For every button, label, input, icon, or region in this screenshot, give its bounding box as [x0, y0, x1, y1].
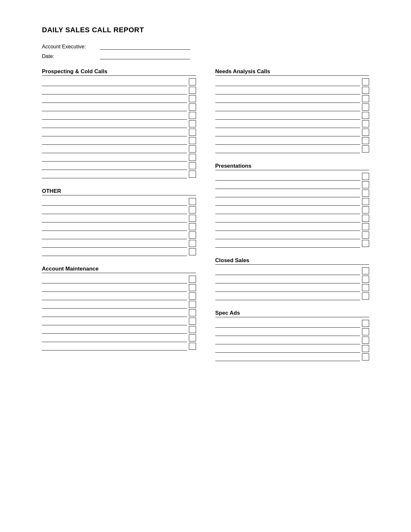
table-row: [215, 344, 369, 353]
needs-analysis-rows: [215, 78, 369, 153]
table-row: [42, 214, 196, 222]
table-row: [42, 162, 196, 170]
table-row: [42, 239, 196, 248]
table-row: [42, 309, 196, 317]
table-row: [215, 78, 369, 86]
table-row: [42, 248, 196, 256]
table-row: [215, 231, 369, 239]
table-row: [215, 103, 369, 111]
closed-sales-title: Closed Sales: [215, 257, 369, 265]
table-row: [42, 206, 196, 214]
table-row: [42, 197, 196, 206]
date-row: Date:: [42, 53, 369, 59]
table-row: [42, 300, 196, 309]
table-row: [215, 214, 369, 222]
table-row: [215, 86, 369, 94]
date-label: Date:: [42, 54, 100, 59]
table-row: [215, 181, 369, 189]
presentations-title: Presentations: [215, 163, 369, 170]
account-maintenance-section: Account Maintenance: [42, 266, 196, 350]
table-row: [215, 94, 369, 103]
left-column: Prospecting & Cold Calls OTHER: [42, 68, 196, 371]
closed-sales-section: Closed Sales: [215, 257, 369, 300]
table-row: [215, 189, 369, 197]
table-row: [42, 222, 196, 231]
table-row: [42, 317, 196, 325]
table-row: [42, 275, 196, 283]
header-fields: Account Executive: Date:: [42, 43, 369, 59]
spec-ads-rows: [215, 319, 369, 361]
table-row: [42, 342, 196, 350]
table-row: [42, 78, 196, 86]
spec-ads-title: Spec Ads: [215, 310, 369, 317]
table-row: [42, 136, 196, 145]
other-section: OTHER: [42, 188, 196, 256]
table-row: [215, 267, 369, 275]
table-row: [215, 353, 369, 361]
table-row: [215, 222, 369, 231]
table-row: [42, 292, 196, 300]
spec-ads-section: Spec Ads: [215, 310, 369, 361]
main-grid: Prospecting & Cold Calls OTHER: [42, 68, 369, 371]
prospecting-section: Prospecting & Cold Calls: [42, 68, 196, 178]
table-row: [215, 336, 369, 344]
table-row: [42, 128, 196, 136]
right-column: Needs Analysis Calls Presentations: [215, 68, 369, 371]
table-row: [42, 334, 196, 342]
table-row: [215, 206, 369, 214]
prospecting-rows: [42, 78, 196, 178]
table-row: [215, 128, 369, 136]
account-maintenance-rows: [42, 275, 196, 350]
table-row: [215, 145, 369, 153]
table-row: [42, 111, 196, 120]
needs-analysis-title: Needs Analysis Calls: [215, 68, 369, 76]
needs-analysis-section: Needs Analysis Calls: [215, 68, 369, 153]
account-executive-label: Account Executive:: [42, 44, 100, 50]
account-executive-input[interactable]: [100, 43, 190, 50]
table-row: [42, 170, 196, 178]
page-title: DAILY SALES CALL REPORT: [42, 26, 369, 34]
prospecting-title: Prospecting & Cold Calls: [42, 68, 196, 76]
table-row: [215, 292, 369, 300]
table-row: [215, 275, 369, 283]
table-row: [215, 136, 369, 145]
closed-sales-rows: [215, 267, 369, 300]
presentations-section: Presentations: [215, 163, 369, 248]
account-maintenance-title: Account Maintenance: [42, 266, 196, 273]
other-rows: [42, 197, 196, 256]
table-row: [42, 103, 196, 111]
date-input[interactable]: [100, 53, 190, 59]
table-row: [215, 120, 369, 128]
table-row: [42, 86, 196, 94]
table-row: [42, 94, 196, 103]
table-row: [42, 231, 196, 239]
table-row: [42, 283, 196, 292]
table-row: [42, 145, 196, 153]
table-row: [215, 328, 369, 336]
table-row: [215, 283, 369, 292]
presentations-rows: [215, 172, 369, 248]
account-executive-row: Account Executive:: [42, 43, 369, 50]
table-row: [42, 153, 196, 162]
table-row: [215, 172, 369, 181]
table-row: [42, 325, 196, 334]
other-title: OTHER: [42, 188, 196, 195]
table-row: [215, 197, 369, 206]
table-row: [215, 319, 369, 328]
table-row: [215, 111, 369, 120]
table-row: [42, 120, 196, 128]
table-row: [215, 239, 369, 248]
